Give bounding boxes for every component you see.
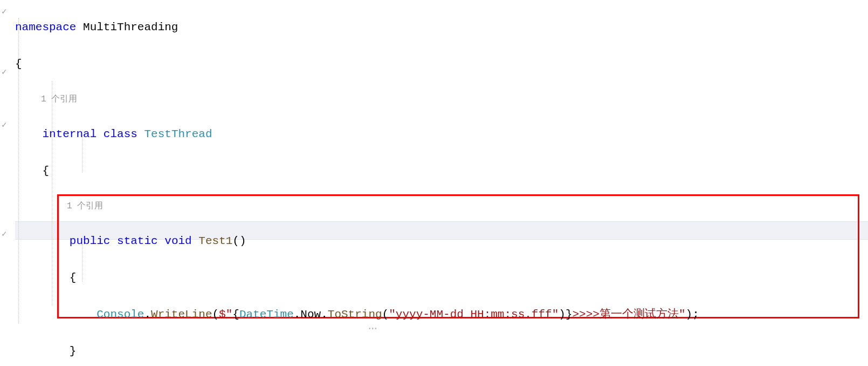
code-editor[interactable]: namespace MultiThreading { 1 个引用 interna… bbox=[0, 0, 868, 366]
codelens-references[interactable]: 1 个引用 bbox=[15, 199, 868, 214]
keyword-static: static bbox=[117, 235, 158, 247]
brace-open: { bbox=[42, 165, 49, 177]
method-writeline: WriteLine bbox=[151, 308, 212, 321]
keyword-public: public bbox=[70, 235, 111, 247]
prop-now: Now bbox=[300, 308, 321, 321]
code-line[interactable]: internal class TestThread bbox=[15, 125, 868, 144]
method-name: Test1 bbox=[198, 235, 232, 247]
keyword-namespace: namespace bbox=[15, 21, 76, 33]
param-hint-dots-icon: ••• bbox=[369, 320, 378, 338]
codelens-references[interactable]: 1 个引用 bbox=[15, 92, 868, 107]
keyword-void: void bbox=[164, 235, 191, 247]
paren-close: ) bbox=[686, 308, 693, 321]
class-name: TestThread bbox=[144, 128, 212, 140]
parens: () bbox=[232, 235, 246, 247]
code-line[interactable]: { bbox=[15, 162, 868, 180]
keyword-class: class bbox=[104, 128, 137, 140]
string-start: $" bbox=[219, 308, 232, 321]
format-string: "yyyy-MM-dd HH:mm:ss.fff" bbox=[389, 308, 559, 321]
paren-open: ( bbox=[382, 308, 389, 321]
interp-open: { bbox=[232, 308, 239, 321]
paren-open: ( bbox=[212, 308, 219, 321]
paren-close: ) bbox=[559, 308, 566, 321]
brace-open: { bbox=[70, 272, 77, 284]
code-line[interactable]: { bbox=[15, 269, 868, 287]
dot: . bbox=[294, 308, 301, 321]
brace-close: } bbox=[70, 345, 77, 357]
code-line[interactable]: Console.WriteLine($"{DateTime.Now.ToStri… bbox=[15, 306, 868, 324]
code-line[interactable]: } bbox=[15, 342, 868, 361]
keyword-internal: internal bbox=[42, 128, 97, 140]
interp-close: } bbox=[566, 308, 573, 321]
brace-open: { bbox=[15, 58, 22, 70]
code-line[interactable]: { bbox=[15, 55, 868, 73]
type-console: Console bbox=[97, 308, 144, 321]
string-tail: >>>>第一个测试方法" bbox=[573, 308, 686, 321]
dot: . bbox=[321, 308, 328, 321]
type-datetime: DateTime bbox=[239, 308, 294, 321]
namespace-name: MultiThreading bbox=[83, 21, 178, 33]
method-tostring: ToString bbox=[328, 308, 382, 321]
dot: . bbox=[144, 308, 151, 321]
code-line[interactable]: namespace MultiThreading bbox=[15, 18, 868, 37]
code-line[interactable]: public static void Test1() bbox=[15, 232, 868, 250]
semicolon: ; bbox=[692, 308, 699, 321]
